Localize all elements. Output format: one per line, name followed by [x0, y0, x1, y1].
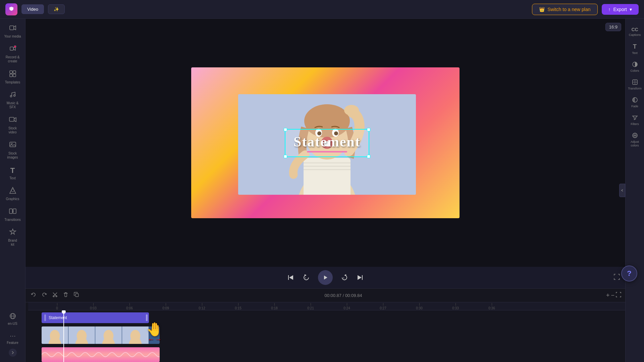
sidebar-item-your-media[interactable]: Your media: [1, 21, 24, 41]
svg-rect-6: [13, 74, 16, 77]
right-tool-label: Transform: [628, 87, 642, 90]
right-tool-filters[interactable]: Filters: [627, 112, 643, 128]
fullscreen-button[interactable]: [614, 274, 620, 282]
export-chevron-icon: ▾: [630, 7, 632, 12]
magic-icon: ✨: [54, 7, 59, 12]
forward-5s-button[interactable]: 5: [341, 274, 348, 281]
right-tool-label: Adjustcolors: [631, 140, 639, 147]
svg-rect-3: [10, 71, 12, 73]
redo-button[interactable]: [40, 291, 48, 300]
right-tool-captions[interactable]: CC Captions: [627, 24, 643, 39]
svg-rect-0: [10, 26, 14, 30]
sidebar-expand-button[interactable]: [9, 349, 17, 357]
right-tool-adjust-colors[interactable]: Adjustcolors: [627, 130, 643, 150]
ruler-marks: 0 0:03 0:06 0:09: [39, 302, 510, 310]
right-tool-label: Text: [632, 51, 638, 55]
music-clip-track[interactable]: [42, 347, 160, 362]
sidebar-item-text[interactable]: T Text: [1, 164, 24, 183]
svg-point-42: [50, 330, 60, 342]
svg-point-32: [344, 105, 359, 116]
handle-bottom-left[interactable]: [284, 155, 287, 158]
text-overlay[interactable]: Statement: [285, 129, 369, 157]
rewind-5s-button[interactable]: 5: [303, 274, 310, 281]
cut-button[interactable]: [51, 291, 59, 300]
text-underline-decoration: [307, 151, 347, 153]
right-tool-transform[interactable]: Transform: [627, 76, 643, 93]
video-tab-button[interactable]: Video: [21, 4, 44, 14]
zoom-controls: + −: [606, 292, 621, 299]
sidebar-item-templates[interactable]: Templates: [1, 67, 24, 87]
center-area: 16:9: [25, 19, 625, 362]
delete-button[interactable]: [62, 291, 70, 300]
sidebar-item-label: Graphics: [6, 197, 19, 201]
video-thumb-2: [68, 326, 95, 344]
language-label: en-US: [8, 322, 17, 325]
ruler-mark: 0:24: [329, 303, 365, 310]
export-button[interactable]: ↑ Export ▾: [602, 4, 639, 15]
ruler-mark-line: [129, 303, 130, 306]
magic-tab-button[interactable]: ✨: [48, 4, 65, 14]
skip-to-start-button[interactable]: [287, 274, 294, 281]
playback-controls: 5 5: [25, 267, 625, 288]
sidebar-item-brand-kit[interactable]: Brandkit: [1, 226, 24, 249]
right-tool-label: Filters: [631, 122, 639, 126]
sidebar-item-transitions[interactable]: Transitions: [1, 205, 24, 224]
aspect-ratio-label: 16:9: [609, 24, 618, 29]
topbar: Video ✨ 👑 Switch to a new plan ↑ Export …: [0, 0, 644, 19]
right-tool-text[interactable]: T Text: [627, 41, 643, 57]
filters-icon: [632, 115, 638, 121]
text-track-row: Statement: [42, 312, 623, 324]
switch-plan-label: Switch to a new plan: [547, 7, 590, 12]
aspect-ratio-badge[interactable]: 16:9: [605, 23, 621, 31]
sidebar-item-label: Music &SFX: [7, 101, 19, 109]
collapse-sidebar-button[interactable]: [619, 184, 625, 197]
ruler-mark: 0:27: [365, 303, 401, 310]
track-handle-right[interactable]: [146, 314, 148, 321]
video-thumb-1: [42, 326, 68, 344]
sidebar-item-stock-images[interactable]: Stockimages: [1, 138, 24, 162]
crown-icon: 👑: [539, 7, 545, 12]
sidebar-item-label: Stockvideo: [8, 126, 17, 134]
right-tool-colors[interactable]: Colors: [627, 59, 643, 75]
sidebar-item-stock-video[interactable]: Stockvideo: [1, 113, 24, 137]
ruler-mark-line: [383, 303, 383, 306]
handle-top-right[interactable]: [367, 128, 370, 131]
sidebar-item-music[interactable]: Music &SFX: [1, 88, 24, 112]
svg-rect-1: [10, 47, 13, 50]
left-sidebar: Your media Record &create: [0, 19, 25, 362]
sidebar-item-record-create[interactable]: Record &create: [1, 42, 24, 66]
statement-text-track[interactable]: Statement: [42, 312, 149, 323]
svg-rect-13: [9, 209, 12, 214]
svg-rect-5: [10, 74, 12, 77]
track-handle-left: [44, 314, 46, 321]
svg-point-11: [11, 143, 12, 144]
zoom-out-button[interactable]: −: [611, 292, 614, 299]
zoom-in-button[interactable]: +: [606, 292, 610, 299]
skip-to-end-button[interactable]: [356, 274, 364, 281]
right-tool-fade[interactable]: Fade: [627, 94, 643, 111]
play-button[interactable]: [318, 270, 333, 285]
playhead[interactable]: [63, 312, 64, 362]
switch-plan-button[interactable]: 👑 Switch to a new plan: [532, 4, 597, 15]
sidebar-item-graphics[interactable]: Graphics: [1, 184, 24, 203]
fit-timeline-button[interactable]: [616, 292, 621, 299]
sidebar-item-more[interactable]: ⋯ Feature: [1, 329, 24, 347]
help-bubble-button[interactable]: ?: [621, 265, 637, 282]
transform-icon: [632, 79, 638, 86]
handle-top-left[interactable]: [284, 128, 287, 131]
transitions-icon: [9, 207, 16, 217]
undo-button[interactable]: [30, 291, 38, 300]
stock-video-icon: [9, 116, 16, 125]
right-tool-label: Captions: [629, 33, 641, 37]
ruler-mark-line: [274, 303, 275, 306]
svg-rect-4: [13, 71, 16, 73]
text-right-icon: T: [633, 43, 637, 50]
sidebar-item-label: Templates: [5, 80, 20, 84]
video-clip-track[interactable]: [42, 326, 160, 344]
duplicate-button[interactable]: [72, 291, 80, 300]
sidebar-item-language[interactable]: en-US: [1, 310, 24, 328]
handle-bottom-right[interactable]: [367, 155, 370, 158]
timeline-tracks: Statement: [25, 310, 625, 362]
export-icon: ↑: [608, 7, 611, 12]
fade-icon: [632, 97, 638, 104]
